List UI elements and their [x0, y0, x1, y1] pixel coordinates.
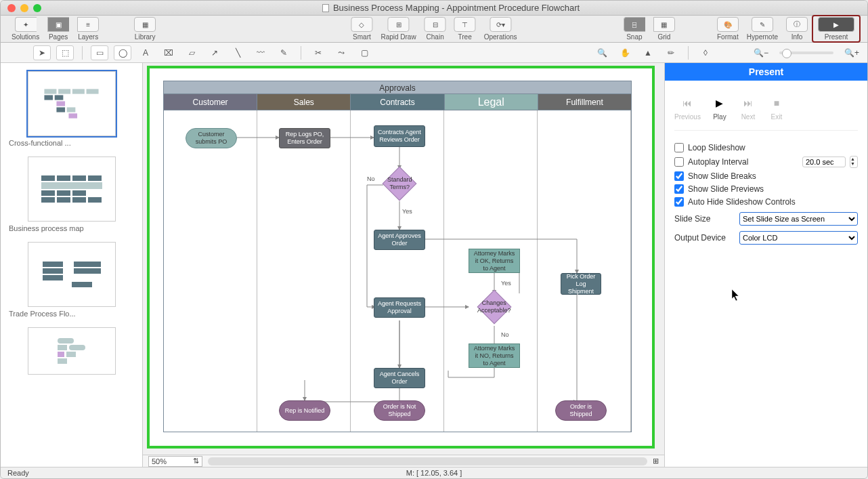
canvas-area: Approvals Customer Sales Contracts Legal…: [143, 63, 664, 467]
zoom-out-icon[interactable]: 🔍−: [752, 45, 770, 60]
solutions-button[interactable]: ✦Solutions: [7, 17, 43, 41]
hand-tool[interactable]: ✋: [616, 45, 634, 60]
autoplay-checkbox[interactable]: [674, 157, 684, 167]
next-button[interactable]: ⏭Next: [739, 96, 758, 121]
tree-button[interactable]: ⊤Tree: [450, 17, 480, 41]
interval-input[interactable]: [802, 157, 846, 167]
node-rep-notified[interactable]: Rep is Notified: [279, 400, 330, 421]
node-pick-order[interactable]: Pick Order Log Shipment: [561, 273, 601, 295]
lane-customer: [164, 110, 257, 432]
library-button[interactable]: ▦Library: [130, 17, 160, 41]
present-button[interactable]: ▶Present: [814, 17, 859, 41]
line-tool[interactable]: ╲: [229, 45, 246, 60]
breaks-checkbox[interactable]: [674, 171, 684, 181]
slide-size-label: Slide Size: [674, 214, 734, 224]
hypernote-button[interactable]: ✎Hypernote: [743, 17, 782, 41]
ellipse-tool[interactable]: ◯: [114, 45, 131, 60]
snap-button[interactable]: ⌸Snap: [620, 17, 649, 41]
status-ready: Ready: [7, 469, 29, 477]
autohide-checkbox[interactable]: [674, 197, 684, 207]
maximize-window-button[interactable]: [33, 4, 41, 12]
output-device-select[interactable]: Color LCD: [739, 231, 858, 245]
node-not-shipped[interactable]: Order is Not Shipped: [374, 400, 425, 421]
pointer-tool[interactable]: ➤: [33, 45, 51, 60]
swimlane-header: Customer Sales Contracts Legal Fulfillme…: [163, 94, 632, 110]
zoom-slider[interactable]: [779, 51, 833, 54]
window-title: Business Process Mapping - Appointment P…: [41, 3, 861, 13]
node-customer-po[interactable]: Customer submits PO: [186, 128, 237, 148]
label-yes2: Yes: [501, 280, 511, 287]
canvas-page[interactable]: Approvals Customer Sales Contracts Legal…: [147, 66, 655, 449]
pages-sidebar[interactable]: Cross-functional ... Business process ma…: [1, 63, 143, 467]
output-device-label: Output Device: [674, 233, 734, 243]
close-window-button[interactable]: [7, 4, 16, 12]
lane-header-fulfillment: Fulfillment: [538, 94, 631, 110]
lane-header-legal: Legal: [445, 94, 538, 110]
eyedropper-tool[interactable]: ✂: [309, 45, 327, 60]
pages-button[interactable]: ▣Pages: [43, 17, 73, 41]
format-button[interactable]: 🎨Format: [713, 17, 743, 41]
layers-button[interactable]: ≡Layers: [73, 17, 103, 41]
page-thumb-4[interactable]: [28, 327, 116, 375]
previous-button[interactable]: ⏮Previous: [674, 96, 701, 121]
brush-tool[interactable]: ✎: [275, 45, 292, 60]
node-attorney-ok[interactable]: Attorney Marks it OK, Returns to Agent: [469, 249, 520, 273]
connector-tool[interactable]: ⤳: [332, 45, 350, 60]
node-rep-logs[interactable]: Rep Logs PO, Enters Order: [279, 128, 330, 148]
interval-stepper[interactable]: ▲▼: [850, 156, 858, 168]
arrow-tool[interactable]: ↗: [206, 45, 223, 60]
eraser-tool[interactable]: ◊: [697, 45, 714, 60]
previews-checkbox[interactable]: [674, 184, 684, 194]
highlight-tool[interactable]: ✏: [662, 45, 680, 60]
shape-toolbar: ➤ ⬚ ▭ ◯ A ⌧ ▱ ↗ ╲ 〰 ✎ ✂ ⤳ ▢ 🔍 ✋ ▲ ✏ ◊ 🔍−…: [1, 43, 867, 63]
page-thumb-3[interactable]: [28, 242, 116, 307]
chain-button[interactable]: ⊟Chain: [420, 17, 450, 41]
node-agent-approves[interactable]: Agent Approves Order: [374, 230, 425, 250]
canvas-scroll[interactable]: Approvals Customer Sales Contracts Legal…: [143, 63, 664, 455]
label-yes1: Yes: [402, 208, 412, 215]
zoom-tool[interactable]: 🔍: [593, 45, 611, 60]
rect-tool[interactable]: ▭: [91, 45, 108, 60]
rapid-draw-button[interactable]: ⊞Rapid Draw: [376, 17, 420, 41]
lane-header-sales: Sales: [257, 94, 351, 110]
select-tool[interactable]: ⬚: [56, 45, 74, 60]
node-agent-requests[interactable]: Agent Requests Approval: [374, 297, 425, 318]
node-shipped[interactable]: Order is Shipped: [555, 400, 607, 421]
present-button-highlight: ▶Present: [812, 15, 861, 43]
breaks-label: Show Slide Breaks: [688, 171, 756, 181]
horizontal-scrollbar[interactable]: [208, 457, 647, 465]
loop-label: Loop Slideshow: [688, 143, 745, 152]
main-toolbar: ✦Solutions ▣Pages ≡Layers ▦Library ◇Smar…: [1, 16, 867, 43]
crop-tool[interactable]: ▢: [355, 45, 373, 60]
zoom-select[interactable]: 50%⇅: [148, 456, 202, 467]
grid-button[interactable]: ▦Grid: [649, 17, 679, 41]
label-no1: No: [367, 175, 375, 182]
callout-tool[interactable]: ▱: [183, 45, 200, 60]
slide-size-select[interactable]: Set Slide Size as Screen: [739, 212, 858, 226]
node-attorney-no[interactable]: Attorney Marks it NO, Returns to Agent: [469, 343, 520, 368]
textbox-tool[interactable]: ⌧: [160, 45, 177, 60]
page-thumb-2[interactable]: [28, 157, 116, 222]
swimlane-title: Approvals: [163, 81, 632, 94]
title-bar: Business Process Mapping - Appointment P…: [1, 1, 867, 16]
text-tool[interactable]: A: [137, 45, 154, 60]
loop-checkbox[interactable]: [674, 143, 684, 152]
exit-button[interactable]: ■Exit: [767, 96, 786, 121]
stamp-tool[interactable]: ▲: [639, 45, 657, 60]
page-thumb-1[interactable]: [28, 71, 116, 136]
node-agent-cancels[interactable]: Agent Cancels Order: [374, 368, 425, 388]
curve-tool[interactable]: 〰: [252, 45, 269, 60]
info-button[interactable]: ⓘInfo: [782, 17, 812, 41]
play-controls: ⏮Previous ▶Play ⏭Next ■Exit: [674, 96, 858, 131]
smart-button[interactable]: ◇Smart: [347, 17, 376, 41]
panel-title: Present: [665, 63, 867, 81]
node-contracts-review[interactable]: Contracts Agent Reviews Order: [374, 125, 425, 147]
zoom-in-icon[interactable]: 🔍+: [843, 45, 861, 60]
status-mouse: M: [ 12.05, 3.64 ]: [406, 469, 462, 477]
play-button[interactable]: ▶Play: [710, 96, 729, 121]
operations-button[interactable]: ⟳▾Operations: [480, 17, 521, 41]
fit-icon[interactable]: ⊞: [653, 457, 659, 465]
minimize-window-button[interactable]: [20, 4, 28, 12]
previews-label: Show Slide Previews: [688, 184, 764, 194]
thumb1-label: Cross-functional ...: [9, 139, 137, 147]
